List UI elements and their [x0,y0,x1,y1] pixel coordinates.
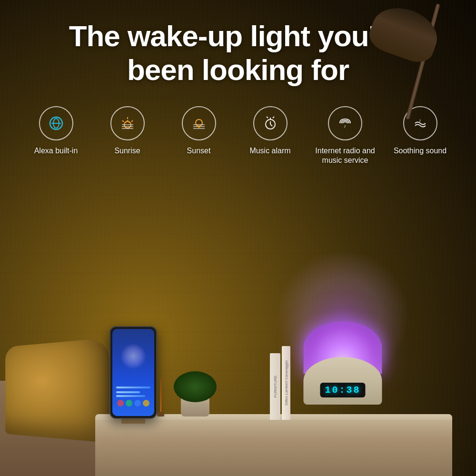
phone-dot-blue [134,400,141,407]
phone-color-dots [116,400,150,407]
music-alarm-label: Music alarm [249,146,290,156]
book-2: Gilles Lambert Caravaggio [282,346,290,420]
phone-screen [112,329,154,416]
svg-line-17 [273,117,274,118]
lamp-body [304,357,382,405]
book-1-title: FURNITURE [272,374,278,399]
sunset-label: Sunset [187,146,211,156]
phone [109,326,157,419]
phone-slider-1 [116,387,150,388]
lamp-clock-display: 10:38 [320,383,365,397]
sunrise-label: Sunrise [114,146,140,156]
alexa-icon-circle [39,106,73,140]
internet-radio-icon: ♪ [336,114,354,132]
feature-alexa: Alexa built-in [20,106,92,156]
plant-leaves [174,371,217,402]
scene: FURNITURE Gilles Lambert Caravaggio 10:3… [0,248,476,476]
book-1: FURNITURE [270,353,280,420]
sunset-icon [190,114,208,132]
alexa-label: Alexa built-in [34,146,78,156]
incense-holder [157,378,164,416]
sunrise-icon [119,114,137,132]
phone-slider-2 [116,391,140,393]
plant [171,367,219,416]
svg-point-10 [196,119,202,126]
phone-dot-green [126,400,132,407]
pillow [5,337,109,443]
title-line2: been looking for [127,53,349,86]
book-2-title: Gilles Lambert Caravaggio [283,358,289,407]
feature-music-alarm: Music alarm [235,106,306,156]
svg-text:♪: ♪ [344,123,346,129]
music-alarm-icon-circle [253,106,288,140]
incense-stick [160,378,161,412]
phone-app-ui [116,387,150,407]
phone-dot-yellow [143,400,149,407]
music-alarm-icon [261,114,279,132]
sunrise-icon-circle [110,106,145,140]
wake-up-lamp: 10:38 [295,317,390,421]
feature-sunset: Sunset [163,106,235,156]
feature-sunrise: Sunrise [92,106,163,156]
books: FURNITURE Gilles Lambert Caravaggio [270,346,290,420]
phone-dot-red [117,400,124,407]
sunset-icon-circle [182,106,216,140]
svg-line-5 [122,120,124,122]
nightstand [95,414,452,476]
alexa-icon [47,114,65,132]
overhead-lamp [352,0,447,167]
svg-line-16 [267,117,268,118]
svg-line-6 [131,120,133,122]
phone-slider-3 [116,395,145,397]
incense-base [157,413,164,416]
svg-line-19 [270,124,272,126]
